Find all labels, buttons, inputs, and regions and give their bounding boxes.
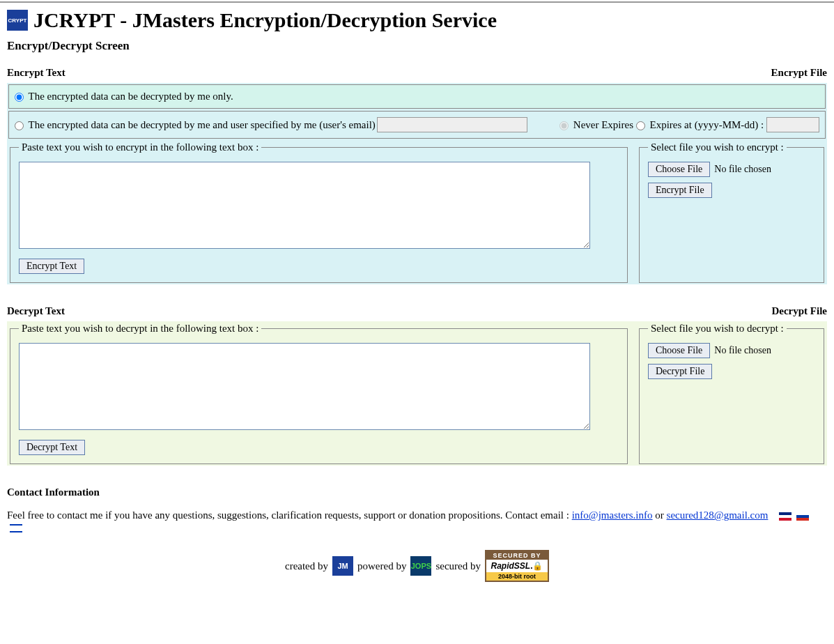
rapidssl-bot: 2048-bit root xyxy=(486,572,548,581)
decrypt-text-legend: Paste text you wish to decrypt in the fo… xyxy=(19,323,261,335)
rapidssl-top: SECURED BY xyxy=(486,551,548,560)
encrypt-option-me-and-user[interactable]: The encrypted data can be decrypted by m… xyxy=(15,119,376,131)
encrypt-file-heading: Encrypt File xyxy=(771,67,827,79)
footer-powered-by: powered by xyxy=(357,560,406,572)
decrypt-choose-file-button[interactable]: Choose File xyxy=(648,343,710,358)
contact-line: Feel free to contact me if you have any … xyxy=(7,509,827,533)
encrypt-file-button[interactable]: Encrypt File xyxy=(648,183,712,198)
rapidssl-mid: RapidSSL xyxy=(491,561,530,571)
radio-me-only[interactable] xyxy=(15,93,24,102)
jcrypt-logo-icon: CRYPT xyxy=(7,10,28,31)
decrypt-file-fieldset: Select file you wish to decrypt : Choose… xyxy=(639,323,824,464)
footer-created-by: created by xyxy=(285,560,328,572)
decrypt-file-status: No file chosen xyxy=(714,345,771,356)
jops-logo-icon[interactable]: JOPS xyxy=(410,556,431,576)
flag-uk-icon[interactable] xyxy=(779,512,791,521)
flag-ru-icon[interactable] xyxy=(796,512,809,521)
contact-email-1[interactable]: info@jmasters.info xyxy=(572,509,653,521)
page-title: CRYPT JCRYPT - JMasters Encryption/Decry… xyxy=(7,8,827,32)
encrypt-text-heading: Encrypt Text xyxy=(7,67,65,79)
decrypt-text-heading: Decrypt Text xyxy=(7,305,65,317)
page-title-text: JCRYPT - JMasters Encryption/Decryption … xyxy=(33,8,497,32)
decrypt-text-fieldset: Paste text you wish to decrypt in the fo… xyxy=(10,323,628,464)
encrypt-option-me-and-user-row: The encrypted data can be decrypted by m… xyxy=(8,111,826,139)
decrypt-file-heading: Decrypt File xyxy=(771,305,827,317)
decrypt-text-button[interactable]: Decrypt Text xyxy=(19,440,85,455)
decrypt-file-button[interactable]: Decrypt File xyxy=(648,364,712,379)
expires-date-input[interactable] xyxy=(766,117,819,132)
radio-expires-at[interactable] xyxy=(636,121,645,130)
encrypt-file-status: No file chosen xyxy=(714,164,771,175)
encrypt-textarea[interactable] xyxy=(19,162,590,249)
contact-or: or xyxy=(655,509,666,521)
decrypt-textarea[interactable] xyxy=(19,343,590,430)
encrypt-text-button[interactable]: Encrypt Text xyxy=(19,259,84,274)
contact-text: Feel free to contact me if you have any … xyxy=(7,509,572,521)
radio-me-and-user[interactable] xyxy=(15,121,24,130)
encrypt-file-legend: Select file you wish to encrypt : xyxy=(648,141,787,153)
encrypt-option-me-only[interactable]: The encrypted data can be decrypted by m… xyxy=(15,91,233,102)
rapidssl-badge-icon[interactable]: SECURED BY RapidSSL.🔒 2048-bit root xyxy=(485,550,549,582)
contact-email-2[interactable]: secured128@gmail.com xyxy=(667,509,769,521)
user-email-input[interactable] xyxy=(377,117,527,132)
radio-me-and-user-label: The encrypted data can be decrypted by m… xyxy=(28,119,375,130)
radio-me-only-label: The encrypted data can be decrypted by m… xyxy=(28,91,233,102)
footer-secured-by: secured by xyxy=(435,560,481,572)
radio-never-expires[interactable] xyxy=(559,121,569,130)
page-subtitle: Encrypt/Decrypt Screen xyxy=(7,39,827,53)
expire-never-option[interactable]: Never Expires xyxy=(559,119,633,131)
expire-at-option[interactable]: Expires at (yyyy-MM-dd) : xyxy=(636,119,764,131)
encrypt-choose-file-button[interactable]: Choose File xyxy=(648,162,710,177)
encrypt-text-fieldset: Paste text you wish to encrypt in the fo… xyxy=(10,141,628,283)
flag-il-icon[interactable] xyxy=(10,524,22,532)
encrypt-file-fieldset: Select file you wish to encrypt : Choose… xyxy=(639,141,824,283)
contact-heading: Contact Information xyxy=(7,486,827,498)
radio-expires-at-label: Expires at (yyyy-MM-dd) : xyxy=(650,119,764,130)
footer: created by JM powered by JOPS secured by… xyxy=(7,550,827,582)
jm-logo-icon[interactable]: JM xyxy=(332,556,353,576)
encrypt-text-legend: Paste text you wish to encrypt in the fo… xyxy=(19,141,261,153)
decrypt-file-legend: Select file you wish to decrypt : xyxy=(648,323,787,335)
radio-never-expires-label: Never Expires xyxy=(573,119,633,130)
encrypt-option-me-only-row: The encrypted data can be decrypted by m… xyxy=(8,84,826,109)
